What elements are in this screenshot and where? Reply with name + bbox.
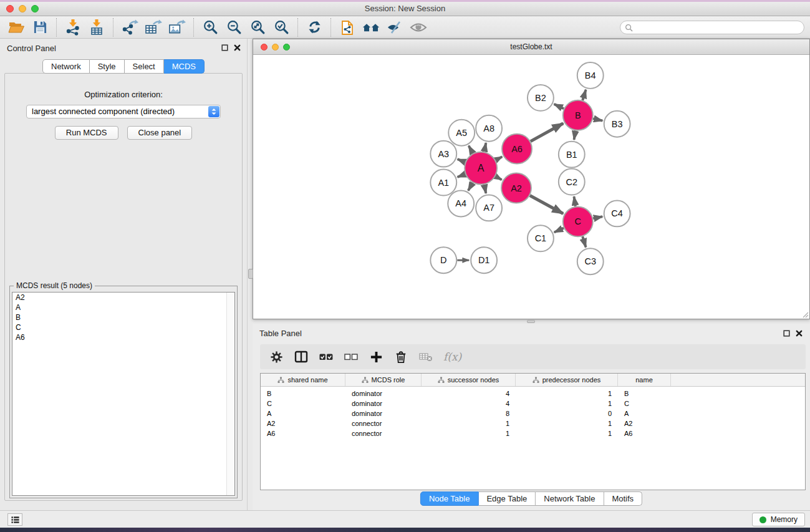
tab-node-table[interactable]: Node Table bbox=[420, 491, 479, 506]
tab-network[interactable]: Network bbox=[42, 59, 90, 74]
tab-motifs[interactable]: Motifs bbox=[604, 491, 642, 506]
scrollbar-track[interactable] bbox=[226, 293, 234, 495]
graph-edge-A-A4[interactable] bbox=[468, 183, 473, 191]
zoom-fit-button[interactable] bbox=[249, 19, 266, 36]
result-list-item[interactable]: C bbox=[12, 322, 234, 332]
graph-edge-A2-C[interactable] bbox=[530, 195, 563, 213]
tab-mcds[interactable]: MCDS bbox=[164, 59, 205, 74]
home-button[interactable] bbox=[362, 19, 380, 36]
result-list-item[interactable]: A6 bbox=[12, 332, 234, 342]
graph-edge-C-C3[interactable] bbox=[582, 236, 586, 247]
column-header-mcds-role[interactable]: MCDS role bbox=[345, 374, 422, 386]
close-panel-icon[interactable] bbox=[796, 330, 803, 337]
graph-edge-C-C1[interactable] bbox=[554, 228, 564, 233]
export-table-button[interactable] bbox=[145, 19, 162, 36]
zoom-out-button[interactable] bbox=[225, 19, 243, 36]
zoom-selected-button[interactable] bbox=[272, 19, 290, 36]
graph-edge-C-C2[interactable] bbox=[574, 196, 575, 206]
criterion-select[interactable]: largest connected component (directed) bbox=[26, 105, 221, 118]
graph-edge-A-A3[interactable] bbox=[458, 159, 465, 162]
graph-node-C2[interactable]: C2 bbox=[559, 169, 585, 195]
show-graphics-button[interactable] bbox=[410, 19, 427, 36]
graph-edge-A-A7[interactable] bbox=[485, 185, 486, 193]
delete-row-button[interactable] bbox=[393, 349, 408, 364]
float-panel-icon[interactable] bbox=[221, 44, 228, 51]
column-header-successor-nodes[interactable]: successor nodes bbox=[422, 374, 516, 386]
column-header-shared-name[interactable]: shared name bbox=[261, 374, 345, 386]
zoom-in-button[interactable] bbox=[201, 19, 219, 36]
table-row[interactable]: Adominator80A bbox=[261, 409, 805, 418]
graph-edge-B-B4[interactable] bbox=[582, 90, 586, 100]
open-folder-button[interactable] bbox=[7, 19, 25, 36]
graph-node-C3[interactable]: C3 bbox=[577, 248, 604, 274]
close-panel-icon[interactable] bbox=[234, 44, 241, 51]
horizontal-splitter-grip[interactable] bbox=[527, 320, 535, 323]
search-field[interactable] bbox=[620, 21, 804, 34]
vertical-splitter-grip[interactable] bbox=[248, 269, 253, 279]
graph-node-B4[interactable]: B4 bbox=[577, 62, 604, 89]
duplicate-network-button[interactable] bbox=[339, 19, 356, 36]
graph-edge-A-A2[interactable] bbox=[496, 177, 502, 180]
graph-edge-A-A1[interactable] bbox=[458, 174, 465, 177]
close-panel-button[interactable]: Close panel bbox=[127, 126, 193, 140]
graph-node-B[interactable]: B bbox=[563, 100, 593, 130]
table-row[interactable]: A2connector11A2 bbox=[261, 418, 805, 428]
split-column-button[interactable] bbox=[294, 349, 309, 364]
graph-edge-C-C4[interactable] bbox=[593, 216, 602, 218]
graph-node-B1[interactable]: B1 bbox=[559, 142, 585, 168]
run-mcds-button[interactable]: Run MCDS bbox=[55, 126, 118, 140]
mcds-result-list[interactable]: A2ABCA6 bbox=[12, 292, 235, 496]
graph-node-C4[interactable]: C4 bbox=[604, 200, 630, 226]
column-header-name[interactable]: name bbox=[618, 374, 671, 386]
graph-node-A7[interactable]: A7 bbox=[476, 195, 502, 221]
result-list-item[interactable]: A bbox=[12, 302, 234, 312]
graph-edge-A-A8[interactable] bbox=[485, 143, 486, 152]
graph-edge-B-B1[interactable] bbox=[574, 130, 576, 140]
graph-node-A3[interactable]: A3 bbox=[430, 141, 456, 167]
tab-network-table[interactable]: Network Table bbox=[536, 491, 604, 506]
memory-button[interactable]: Memory bbox=[752, 513, 805, 526]
save-button[interactable] bbox=[31, 19, 49, 36]
graph-node-A4[interactable]: A4 bbox=[448, 190, 474, 216]
graph-edge-A-A5[interactable] bbox=[469, 146, 473, 153]
add-row-button[interactable] bbox=[369, 349, 383, 364]
export-image-button[interactable] bbox=[168, 19, 186, 36]
select-all-button[interactable] bbox=[319, 349, 334, 364]
graph-node-A6[interactable]: A6 bbox=[502, 134, 532, 164]
tab-edge-table[interactable]: Edge Table bbox=[478, 491, 536, 506]
import-network-button[interactable] bbox=[64, 19, 82, 36]
graph-node-A5[interactable]: A5 bbox=[448, 120, 475, 146]
graph-edge-A6-B[interactable] bbox=[531, 123, 563, 142]
minimize-window-button[interactable] bbox=[19, 5, 26, 12]
network-graph[interactable]: B4B2BB3A8A5A6A3B1AA1C2A2A4A7C4CC1C3DD1 bbox=[254, 56, 809, 318]
graph-node-C[interactable]: C bbox=[563, 206, 593, 236]
close-window-button[interactable] bbox=[6, 5, 14, 12]
column-header-predecessor-nodes[interactable]: predecessor nodes bbox=[516, 374, 618, 386]
task-history-button[interactable] bbox=[7, 513, 22, 526]
search-input[interactable] bbox=[635, 23, 799, 32]
function-builder-button[interactable]: f(x) bbox=[443, 349, 461, 364]
graph-node-A1[interactable]: A1 bbox=[430, 170, 456, 196]
graph-node-A8[interactable]: A8 bbox=[476, 115, 502, 142]
result-list-item[interactable]: B bbox=[12, 312, 234, 322]
tab-style[interactable]: Style bbox=[90, 59, 125, 74]
maximize-window-button[interactable] bbox=[31, 5, 39, 12]
table-row[interactable]: A6connector11A6 bbox=[261, 428, 805, 438]
network-canvas[interactable]: B4B2BB3A8A5A6A3B1AA1C2A2A4A7C4CC1C3DD1 bbox=[254, 56, 809, 318]
graph-node-D[interactable]: D bbox=[430, 247, 456, 273]
graph-node-B3[interactable]: B3 bbox=[604, 111, 630, 137]
refresh-button[interactable] bbox=[306, 19, 323, 36]
minimize-network-button[interactable] bbox=[272, 44, 279, 51]
result-list-item[interactable]: A2 bbox=[12, 293, 234, 302]
deselect-all-button[interactable] bbox=[344, 349, 359, 364]
close-network-button[interactable] bbox=[261, 44, 268, 51]
graph-node-A[interactable]: A bbox=[465, 152, 497, 185]
graph-edge-B-B2[interactable] bbox=[554, 104, 564, 109]
graph-edge-A-A6[interactable] bbox=[496, 157, 502, 160]
table-row[interactable]: Cdominator41C bbox=[261, 399, 805, 409]
import-table-button[interactable] bbox=[88, 19, 105, 36]
table-settings-button[interactable] bbox=[269, 349, 284, 364]
delete-table-button[interactable] bbox=[418, 349, 433, 364]
export-network-button[interactable] bbox=[121, 19, 138, 36]
network-window-titlebar[interactable]: testGlobe.txt bbox=[253, 39, 809, 55]
